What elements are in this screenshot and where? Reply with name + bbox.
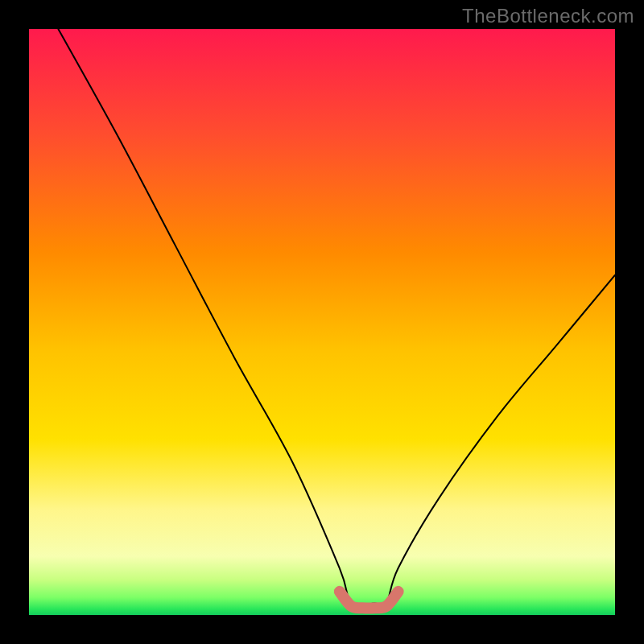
chart-frame: TheBottleneck.com bbox=[0, 0, 644, 644]
plot-area bbox=[29, 29, 615, 615]
chart-svg bbox=[29, 29, 615, 615]
bottleneck-curve-path bbox=[58, 29, 615, 606]
watermark-text: TheBottleneck.com bbox=[462, 5, 634, 27]
